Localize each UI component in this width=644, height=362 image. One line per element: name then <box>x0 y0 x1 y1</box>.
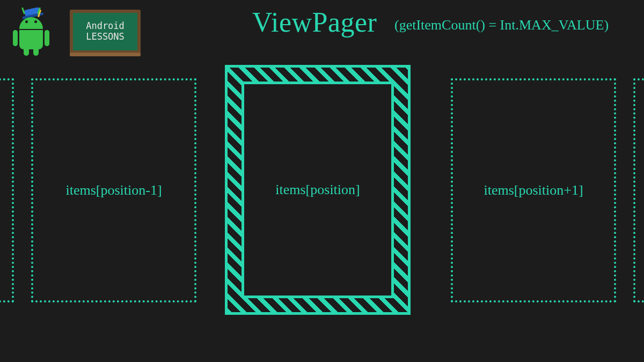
android-mascot-icon <box>15 12 47 54</box>
diagram-stage: Android LESSONS ViewPager (getItemCount(… <box>0 0 644 362</box>
card-label-current: items[position] <box>275 182 360 198</box>
pager-card-previous: items[position-1] <box>31 78 196 302</box>
title-suffix: (getItemCount() = Int.MAX_VALUE) <box>394 17 609 33</box>
brand-chalkboard: Android LESSONS <box>70 10 141 54</box>
chalkboard-line2: LESSONS <box>86 32 125 42</box>
pager-card-current: items[position] <box>210 50 425 329</box>
diagram-title: ViewPager <box>252 6 377 38</box>
pager-card-offscreen-right <box>633 78 644 302</box>
pager-card-offscreen-left <box>0 78 14 302</box>
card-label-next: items[position+1] <box>484 182 583 198</box>
title-main: ViewPager <box>252 7 377 38</box>
chalkboard-line1: Android <box>86 21 125 32</box>
pager-card-next: items[position+1] <box>451 78 616 302</box>
card-label-previous: items[position-1] <box>65 182 162 198</box>
